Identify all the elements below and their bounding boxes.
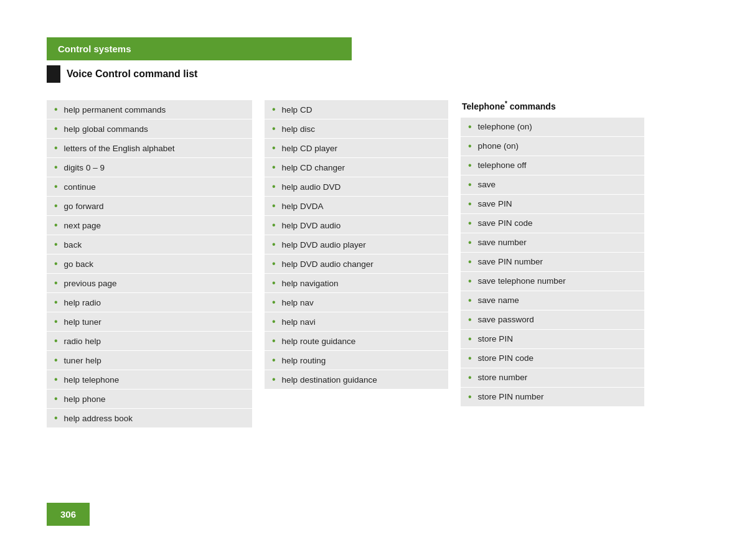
banner-title: Control systems bbox=[58, 44, 131, 54]
column-3: Telephone* commands telephone (on)phone … bbox=[461, 100, 644, 428]
list-item: help route guidance bbox=[265, 332, 448, 351]
list-item: help DVD audio changer bbox=[265, 254, 448, 274]
list-item: help routing bbox=[265, 351, 448, 370]
col2-list: help CDhelp dischelp CD playerhelp CD ch… bbox=[265, 100, 448, 390]
list-item: store PIN number bbox=[461, 388, 644, 407]
list-item: help permanent commands bbox=[47, 100, 252, 119]
footer: 306 bbox=[47, 503, 90, 526]
list-item: digits 0 – 9 bbox=[47, 158, 252, 177]
list-item: help destination guidance bbox=[265, 370, 448, 390]
page-container: Control systems Voice Control command li… bbox=[0, 0, 747, 560]
list-item: help CD bbox=[265, 100, 448, 119]
list-item: letters of the English alphabet bbox=[47, 139, 252, 158]
list-item: save PIN number bbox=[461, 253, 644, 272]
list-item: save bbox=[461, 175, 644, 195]
list-item: help DVD audio player bbox=[265, 235, 448, 254]
list-item: telephone off bbox=[461, 156, 644, 175]
list-item: save PIN code bbox=[461, 214, 644, 233]
list-item: help DVDA bbox=[265, 197, 448, 216]
list-item: store PIN code bbox=[461, 349, 644, 368]
list-item: help phone bbox=[47, 390, 252, 409]
list-item: previous page bbox=[47, 274, 252, 293]
list-item: help navi bbox=[265, 312, 448, 332]
list-item: save password bbox=[461, 310, 644, 330]
list-item: telephone (on) bbox=[461, 118, 644, 137]
list-item: save name bbox=[461, 291, 644, 310]
list-item: store number bbox=[461, 368, 644, 388]
content-area: help permanent commandshelp global comma… bbox=[47, 100, 700, 428]
list-item: help CD player bbox=[265, 139, 448, 158]
list-item: continue bbox=[47, 177, 252, 197]
header-banner: Control systems bbox=[47, 37, 352, 60]
asterisk: * bbox=[505, 100, 507, 107]
list-item: help nav bbox=[265, 293, 448, 312]
col3-list: telephone (on)phone (on)telephone offsav… bbox=[461, 118, 644, 407]
col1-list: help permanent commandshelp global comma… bbox=[47, 100, 252, 428]
list-item: save number bbox=[461, 233, 644, 253]
list-item: help telephone bbox=[47, 370, 252, 390]
list-item: tuner help bbox=[47, 351, 252, 370]
list-item: help navigation bbox=[265, 274, 448, 293]
list-item: back bbox=[47, 235, 252, 254]
list-item: help tuner bbox=[47, 312, 252, 332]
page-number: 306 bbox=[47, 503, 90, 526]
list-item: help global commands bbox=[47, 119, 252, 139]
list-item: help address book bbox=[47, 409, 252, 428]
column-1: help permanent commandshelp global comma… bbox=[47, 100, 252, 428]
list-item: help audio DVD bbox=[265, 177, 448, 197]
list-item: help DVD audio bbox=[265, 216, 448, 235]
list-item: phone (on) bbox=[461, 137, 644, 156]
list-item: help disc bbox=[265, 119, 448, 139]
list-item: radio help bbox=[47, 332, 252, 351]
list-item: help radio bbox=[47, 293, 252, 312]
section-title: Voice Control command list bbox=[67, 68, 197, 80]
list-item: save telephone number bbox=[461, 272, 644, 291]
list-item: store PIN bbox=[461, 330, 644, 349]
telephone-header: Telephone* commands bbox=[461, 100, 644, 111]
column-2: help CDhelp dischelp CD playerhelp CD ch… bbox=[265, 100, 448, 428]
list-item: next page bbox=[47, 216, 252, 235]
list-item: go back bbox=[47, 254, 252, 274]
section-title-row: Voice Control command list bbox=[47, 65, 700, 83]
list-item: go forward bbox=[47, 197, 252, 216]
list-item: help CD changer bbox=[265, 158, 448, 177]
section-title-bar-decoration bbox=[47, 65, 60, 83]
list-item: save PIN bbox=[461, 195, 644, 214]
